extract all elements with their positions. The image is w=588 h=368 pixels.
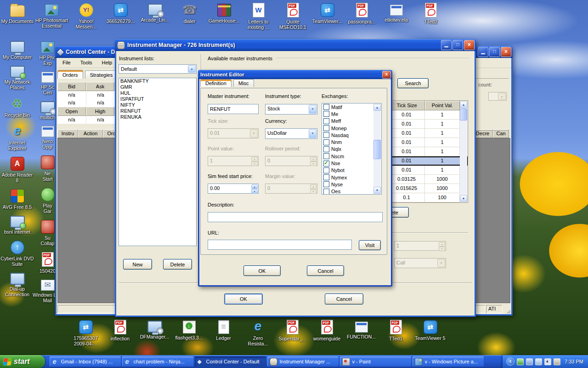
instrument-editor-titlebar[interactable]: Instrument Editor × (198, 70, 392, 79)
grid-scrollbar[interactable]: ▲ ▼ (460, 101, 467, 202)
desktop-icon-passionpra[interactable]: passionpra... (345, 2, 379, 30)
wireless-signal-icon[interactable] (535, 358, 542, 365)
taskbar-task[interactable]: v - Paint (340, 356, 411, 367)
ok-button[interactable]: OK (243, 265, 281, 276)
instrument-list-item[interactable]: HUL (119, 90, 196, 96)
start-button[interactable]: start (0, 355, 45, 368)
scroll-up-icon[interactable]: ▲ (373, 104, 381, 111)
exchange-item-oes[interactable]: Oes (322, 188, 374, 195)
menu-tools[interactable]: Tools (76, 58, 96, 65)
desktop-icon-avg[interactable]: AVG Free 8.5 (0, 189, 34, 210)
desktop-icon-my[interactable]: My Computer (0, 41, 34, 60)
desktop-icon-letters[interactable]: Letters to existing ... (241, 2, 276, 30)
desktop-icon-teamviewer[interactable]: TeamViewer... (310, 2, 345, 30)
currency-combo[interactable]: UsDollar ▼ (265, 128, 317, 139)
spin-up-icon[interactable]: ▲ (251, 184, 258, 189)
minimize-button[interactable]: ▁ (441, 40, 452, 50)
checkbox-unchecked[interactable] (323, 111, 329, 117)
desktop-icon-internet[interactable]: Internet Explorer (0, 124, 34, 151)
chevron-down-icon[interactable]: ▼ (309, 105, 317, 114)
desktop-icon-my[interactable]: My Network Places (0, 66, 34, 90)
taskbar-task[interactable]: chart problem - Ninja... (122, 356, 193, 367)
exchange-item-me[interactable]: Me (322, 110, 374, 117)
taskbar-task[interactable]: v - Windows Picture a... (413, 356, 484, 367)
desktop-icon-gamehouse[interactable]: GameHouse... (207, 2, 241, 30)
desktop-icon-teamviewer[interactable]: TeamViewer 5 (413, 319, 447, 346)
maximize-button[interactable]: □ (452, 40, 463, 50)
tray-collapse-chevron-icon[interactable]: ‹ (506, 357, 514, 366)
exchange-item-nasdaq[interactable]: Nasdaq (322, 132, 374, 138)
grid-row[interactable]: 0.1100 (389, 193, 468, 202)
grid-column-header[interactable]: Tick Size (389, 101, 425, 110)
search-button[interactable]: Search (397, 78, 429, 88)
instrument-list-item[interactable]: BANKNIFTY (119, 78, 196, 84)
desktop-icon-ledger[interactable]: Ledger (206, 319, 241, 346)
instrument-list-item[interactable]: RENUKA (119, 114, 196, 120)
checkbox-unchecked[interactable] (323, 189, 329, 195)
desktop-icon-adobe[interactable]: Adobe Reader 8 (0, 157, 34, 183)
checkbox-unchecked[interactable] (323, 181, 329, 187)
quote-col-header[interactable]: Bid (57, 82, 86, 91)
exchange-item-nyse[interactable]: Nyse (322, 181, 374, 188)
taskbar-task[interactable]: Control Center - Default (195, 356, 266, 367)
desktop-icon-function[interactable]: FUNCTION... (344, 319, 379, 346)
instrument-manager-titlebar[interactable]: Instrument Manager - 726 Instrument(s) ▁… (115, 39, 476, 51)
quote-col-header[interactable]: High (86, 107, 114, 116)
grid-row[interactable]: 0.0156251000 (389, 184, 468, 193)
exchange-item-monep[interactable]: Monep (322, 125, 374, 132)
grid-row[interactable]: 0.011 (389, 129, 468, 138)
desktop-icon-tted2[interactable]: TTed2 (413, 2, 448, 30)
cancel-button[interactable]: Cancel (325, 293, 363, 305)
minimize-button[interactable]: ▁ (478, 47, 488, 57)
sim-feed-start-price-stepper[interactable]: 0.00 ▲▼ (208, 184, 259, 194)
grid-row[interactable]: 0.011 (389, 156, 468, 166)
maximize-button[interactable]: □ (489, 47, 500, 57)
network-status-icon[interactable] (517, 358, 524, 365)
instrument-listbox[interactable]: BANKNIFTYGMRHULISPATFUTNIFTYRENFUTRENUKA (119, 78, 197, 246)
tab-orders[interactable]: Orders (57, 70, 83, 79)
instrument-type-combo[interactable]: Stock ▼ (265, 104, 317, 115)
description-field[interactable] (208, 212, 383, 222)
ok-button[interactable]: OK (224, 293, 263, 305)
scroll-down-icon[interactable]: ▼ (460, 195, 467, 202)
exchange-item-nscm[interactable]: Nscm (322, 153, 374, 160)
desktop-icon-bsnl[interactable]: bsnl internet (0, 216, 34, 235)
order-col-header[interactable]: Action (78, 129, 103, 138)
instrument-list-item[interactable]: ISPATFUT (119, 96, 196, 102)
grid-row[interactable]: 0.031251000 (389, 175, 468, 184)
grid-row[interactable]: 0.011 (389, 147, 468, 156)
scroll-up-icon[interactable]: ▲ (460, 101, 467, 108)
checkbox-checked[interactable] (323, 161, 329, 167)
taskbar-task[interactable]: Gmail - Inbox (7948) ... (50, 356, 121, 367)
checkbox-unchecked[interactable] (323, 125, 329, 131)
checkbox-unchecked[interactable] (323, 139, 329, 145)
tab-misc[interactable]: Misc (233, 79, 254, 87)
desktop-icon-cyberlink[interactable]: CyberLink DVD Suite (0, 241, 34, 267)
desktop-icon-recycle[interactable]: Recycle Bin (0, 96, 34, 118)
chevron-down-icon[interactable]: ▼ (309, 129, 317, 138)
desktop-icon-366526279[interactable]: 366526279... (103, 2, 138, 30)
checkbox-unchecked[interactable] (323, 104, 329, 110)
grid-row[interactable]: 0.011 (389, 166, 468, 175)
exchange-item-nymex[interactable]: Nymex (322, 174, 374, 181)
instrument-list-item[interactable]: RENFUT (119, 108, 196, 114)
desktop-icon-my[interactable]: My Documents (0, 2, 34, 30)
desktop-icon-flashget33[interactable]: flashget3.3... (172, 319, 206, 346)
quote-col-header[interactable]: Ask (86, 82, 114, 91)
tab-definition[interactable]: Definition (200, 79, 232, 87)
new-button[interactable]: New (123, 259, 152, 270)
scrollbar-thumb[interactable] (460, 109, 467, 121)
grid-row[interactable]: 0.011 (389, 138, 468, 147)
exchange-item-nybot[interactable]: Nybot (322, 167, 374, 174)
resize-grip[interactable] (503, 305, 510, 313)
delete-button[interactable]: Delete (163, 259, 192, 270)
grid-column-header[interactable]: Point Val. (425, 101, 460, 110)
grid-row[interactable]: 0.011 (389, 110, 468, 120)
desktop-icon-hp[interactable]: HP Photosmart Essential (34, 2, 69, 30)
taskbar-task[interactable]: Instrument Manager ... (267, 356, 339, 367)
exchange-item-nqlx[interactable]: Nqlx (322, 146, 374, 153)
desktop-icon-tted1[interactable]: TTed1 (379, 319, 413, 346)
master-instrument-field[interactable] (208, 104, 259, 114)
exchange-item-matif[interactable]: Matif (322, 104, 374, 110)
instrument-list-item[interactable]: NIFTY (119, 102, 196, 108)
